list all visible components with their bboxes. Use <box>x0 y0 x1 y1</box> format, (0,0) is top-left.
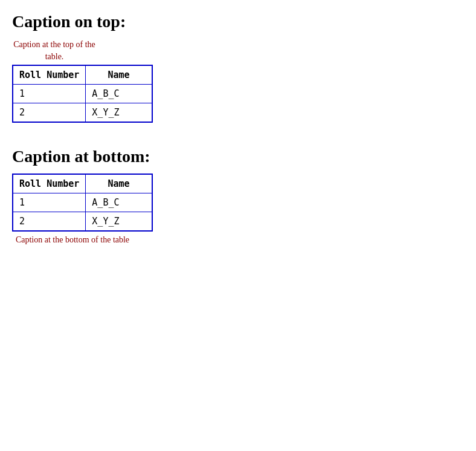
th-name-2: Name <box>86 174 152 193</box>
table-top: Roll Number Name 1 A_B_C 2 X_Y_Z <box>12 65 153 123</box>
td-roll-1: 1 <box>13 85 86 103</box>
section1-title: Caption on top: <box>12 12 464 31</box>
table-row: 2 X_Y_Z <box>13 103 152 123</box>
section2-title: Caption at bottom: <box>12 147 464 166</box>
th-roll-number-1: Roll Number <box>13 65 86 85</box>
td-name-1: A_B_C <box>86 85 152 103</box>
table-row: 2 X_Y_Z <box>13 212 152 232</box>
table-wrapper-top: Caption at the top of the table. Roll Nu… <box>12 39 153 123</box>
table-header-row: Roll Number Name <box>13 174 152 193</box>
table-wrapper-bottom: Roll Number Name 1 A_B_C 2 X_Y_Z Caption… <box>12 174 153 246</box>
td-roll-2: 2 <box>13 103 86 123</box>
th-roll-number-2: Roll Number <box>13 174 86 193</box>
caption-top: Caption at the top of the table. <box>12 39 97 62</box>
section-caption-top: Caption on top: Caption at the top of th… <box>12 12 464 123</box>
td-roll-1-b: 1 <box>13 193 86 212</box>
th-name-1: Name <box>86 65 152 85</box>
td-name-1-b: A_B_C <box>86 193 152 212</box>
caption-bottom: Caption at the bottom of the table <box>12 234 133 246</box>
table-row: 1 A_B_C <box>13 193 152 212</box>
td-name-2: X_Y_Z <box>86 103 152 123</box>
table-bottom: Roll Number Name 1 A_B_C 2 X_Y_Z <box>12 174 153 232</box>
table-row: 1 A_B_C <box>13 85 152 103</box>
td-name-2-b: X_Y_Z <box>86 212 152 232</box>
table-header-row: Roll Number Name <box>13 65 152 85</box>
td-roll-2-b: 2 <box>13 212 86 232</box>
section-caption-bottom: Caption at bottom: Roll Number Name 1 A_… <box>12 147 464 246</box>
